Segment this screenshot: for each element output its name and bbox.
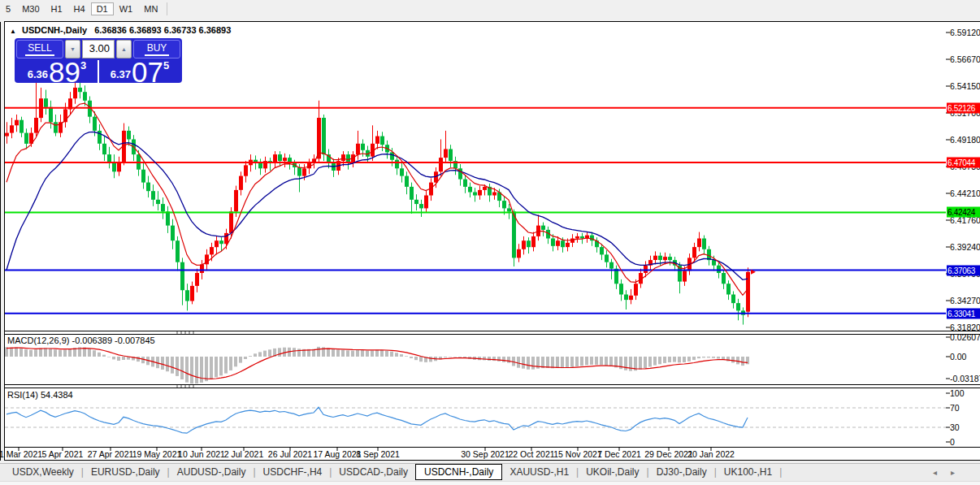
rsi-pane-axis-border — [4, 447, 980, 448]
rsi-indicator-label: RSI(14) 54.4384 — [7, 390, 73, 400]
timeframe-button-D1[interactable]: D1 — [91, 2, 114, 15]
date-axis-label: 8 Sep 2021 — [344, 449, 412, 459]
buy-price-prefix: 6.37 — [111, 68, 131, 80]
chart-tab-usdcnh-daily[interactable]: USDCNH-,Daily — [415, 464, 502, 480]
sell-price-prefix: 6.36 — [28, 68, 48, 80]
macd-pane-bottom-border — [4, 384, 980, 385]
collapse-triangle-icon[interactable]: ▲ — [10, 28, 16, 35]
one-click-trading-panel: SELL ▼ 3.00 ▲ BUY 6.36 89 3 6.37 07 5 — [15, 38, 182, 83]
price-level-badge: 6.42424 — [947, 207, 980, 218]
pane-splitter-handle[interactable] — [176, 385, 194, 388]
tab-separator: | — [779, 466, 782, 478]
chart-ohlc-values: 6.36836 6.36893 6.36733 6.36893 — [94, 25, 231, 35]
timeframe-button-H4[interactable]: H4 — [68, 2, 91, 15]
status-bar — [0, 481, 980, 485]
volume-input[interactable]: 3.00 — [82, 40, 115, 58]
chart-tab-uk100-h1[interactable]: UK100-,H1 — [717, 464, 779, 480]
sell-button-label: SELL — [25, 42, 54, 56]
rsi-pane-top-border — [4, 388, 980, 388]
timeframe-button-MN[interactable]: MN — [138, 2, 163, 15]
price-level-badge: 6.47044 — [947, 158, 980, 168]
chart-tab-usdcad-daily[interactable]: USDCAD-,Daily — [332, 464, 415, 480]
chart-tab-xauusd-h1[interactable]: XAUUSD-,H1 — [502, 464, 576, 480]
caret-up-icon: ▲ — [121, 46, 127, 52]
rsi-axis-label: 70 — [950, 403, 960, 413]
price-axis-label: 6.59120 — [950, 28, 980, 37]
buy-price-big-digits: 07 — [132, 62, 163, 83]
sell-price-pip: 3 — [80, 59, 86, 71]
price-axis-label: 6.56670 — [950, 54, 980, 64]
rsi-axis-label: 100 — [950, 388, 965, 398]
timeframe-button-W1[interactable]: W1 — [114, 2, 139, 15]
chart-tab-audusd-daily[interactable]: AUDUSD-,Daily — [170, 464, 254, 480]
chart-tab-ukoil-daily[interactable]: UKOil-,Daily — [579, 464, 646, 480]
main-pane-bottom-border — [4, 331, 980, 331]
chart-tab-eurusd-daily[interactable]: EURUSD-,Daily — [84, 464, 167, 480]
macd-axis-label: 0.00 — [950, 352, 966, 362]
timeframe-button-5[interactable]: 5 — [0, 2, 16, 15]
macd-axis-label: 0.02607 — [950, 332, 980, 342]
buy-price-display[interactable]: 6.37 07 5 — [98, 60, 180, 83]
rsi-axis-label: 30 — [950, 422, 960, 432]
sell-price-display[interactable]: 6.36 89 3 — [16, 60, 98, 83]
price-axis-line — [0, 22, 1, 461]
price-level-badge: 6.52126 — [947, 103, 980, 114]
chart-tab-usdchf-h4[interactable]: USDCHF-,H4 — [256, 464, 330, 480]
sell-price-big-digits: 89 — [49, 62, 80, 83]
tab-scroll-left-icon[interactable]: ◂ — [933, 468, 937, 477]
price-axis-label: 6.39240 — [950, 242, 980, 252]
buy-price-pip: 5 — [163, 59, 169, 71]
chart-tab-bar: USDX,Weekly|EURUSD-,Daily|AUDUSD-,Daily|… — [0, 463, 980, 482]
price-axis-label: 6.34270 — [950, 296, 980, 305]
price-axis-label: 6.49180 — [950, 135, 980, 145]
toolbar-separator — [167, 2, 167, 15]
timeframe-toolbar: 5M30H1H4D1W1MN — [0, 0, 980, 21]
price-axis-label: 6.54150 — [950, 81, 980, 91]
price-level-badge: 6.33041 — [947, 309, 980, 319]
chart-symbol-title: USDCNH-,Daily — [22, 25, 87, 35]
date-axis-label: 20 Jan 2022 — [677, 449, 745, 459]
timeframe-button-H1[interactable]: H1 — [46, 2, 68, 15]
macd-indicator-label: MACD(12,26,9) -0.006389 -0.007845 — [7, 336, 155, 345]
macd-axis-label: -0.03187 — [950, 374, 980, 383]
price-axis-label: 6.44210 — [950, 188, 980, 198]
caret-down-icon: ▼ — [70, 46, 76, 52]
macd-pane-top-border — [4, 334, 980, 335]
pane-splitter-handle[interactable] — [176, 331, 194, 334]
chart-tab-usdx-weekly[interactable]: USDX,Weekly — [5, 464, 81, 480]
window-bottom-border — [4, 460, 980, 461]
price-level-badge: 6.37063 — [947, 266, 980, 276]
mt4-window: 5M30H1H4D1W1MN ▲ USDCNH-,Daily 6.36836 6… — [0, 0, 980, 485]
chart-header: ▲ USDCNH-,Daily 6.36836 6.36893 6.36733 … — [10, 25, 231, 35]
tab-scroll-right-icon[interactable]: ▸ — [951, 468, 955, 477]
price-axis-label: 6.31820 — [950, 323, 980, 332]
volume-increase-button[interactable]: ▲ — [116, 40, 132, 58]
buy-button-label: BUY — [145, 42, 170, 56]
rsi-axis-label: 0 — [950, 437, 955, 447]
chart-tab-dj30-daily[interactable]: DJ30-,Daily — [649, 464, 714, 480]
timeframe-button-M30[interactable]: M30 — [16, 2, 45, 15]
